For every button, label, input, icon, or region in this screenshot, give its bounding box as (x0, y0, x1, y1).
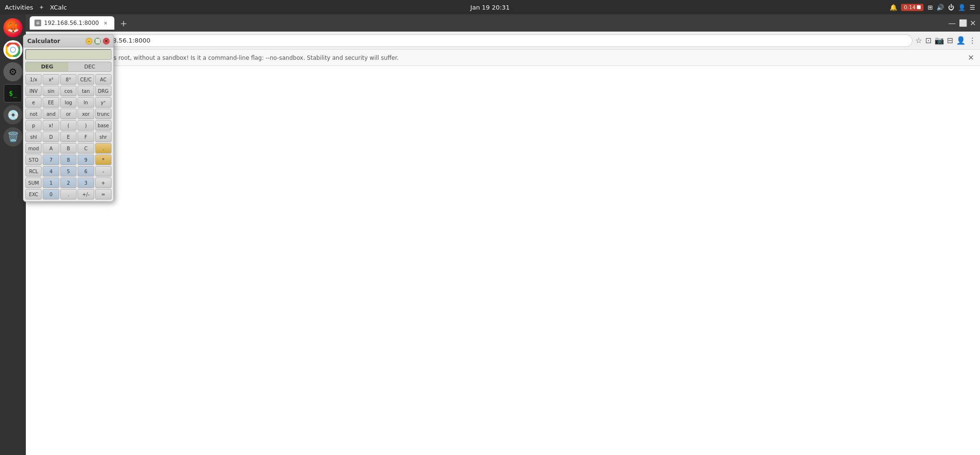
calc-btn-B[interactable]: B (60, 143, 77, 154)
calc-btn-x_[interactable]: x! (43, 120, 59, 131)
calc-mode-row: DEG DEC (25, 62, 111, 72)
dock-firefox[interactable]: 🦊 (3, 18, 22, 37)
calc-btn-8[interactable]: 8 (60, 155, 77, 165)
svg-point-2 (11, 47, 15, 52)
calc-btn-7[interactable]: 7 (43, 155, 59, 165)
dock-terminal[interactable]: $_ (4, 84, 22, 102)
calc-btn-1_x[interactable]: 1/x (25, 74, 42, 85)
calc-close[interactable]: ✕ (103, 38, 110, 44)
screenshot-icon[interactable]: 📷 (935, 36, 944, 45)
application-dock: 🦊 ⚙️ $_ 💿 🗑️ (0, 14, 26, 455)
calc-btn-_[interactable]: = (95, 189, 111, 200)
calc-btn-STO[interactable]: STO (25, 155, 42, 165)
calc-btn-p[interactable]: p (25, 120, 42, 131)
calc-btn-CE_C[interactable]: CE/C (78, 74, 94, 85)
calc-maximize[interactable]: ⬜ (94, 38, 101, 44)
calc-btn-9[interactable]: 9 (78, 155, 94, 165)
calc-btn-4[interactable]: 4 (43, 166, 59, 177)
calc-btn-DRG[interactable]: DRG (95, 86, 111, 96)
calc-btn-trunc[interactable]: trunc (95, 109, 111, 119)
calc-btn-A[interactable]: A (43, 143, 59, 154)
calc-btn-SUM[interactable]: SUM (25, 178, 42, 188)
calc-btn-1[interactable]: 1 (43, 178, 59, 188)
xcalc-label[interactable]: XCalc (50, 4, 67, 11)
dock-settings[interactable]: ⚙️ (3, 62, 22, 81)
top-bar-left: Activities ✦ XCalc (5, 4, 67, 11)
cast-icon[interactable]: ⊡ (925, 36, 931, 45)
browser-toolbar: ← → ↺ 🔒 192.168.56.1:8000 ☆ ⊡ 📷 ⊟ 👤 ⋮ (26, 32, 980, 50)
calc-btn-EE[interactable]: EE (43, 97, 59, 108)
calc-btn-x_[interactable]: x² (43, 74, 59, 85)
bookmark-icon[interactable]: ☆ (915, 36, 922, 45)
calc-btn-8_[interactable]: 8° (60, 74, 77, 85)
calc-btn-RCL[interactable]: RCL (25, 166, 42, 177)
calc-btn-_[interactable]: * (95, 155, 111, 165)
calc-btn-_[interactable]: - (95, 166, 111, 177)
calc-btn-E[interactable]: E (60, 132, 77, 142)
profile-icon[interactable]: 👤 (956, 36, 966, 45)
calc-btn-_[interactable]: + (95, 178, 111, 188)
calc-btn-5[interactable]: 5 (60, 166, 77, 177)
address-bar[interactable]: 🔒 192.168.56.1:8000 (76, 34, 913, 47)
split-view-icon[interactable]: ⊟ (947, 36, 953, 45)
menu-icon[interactable]: ⋮ (969, 36, 976, 45)
dock-chrome[interactable] (3, 40, 22, 59)
calc-btn-tan[interactable]: tan (78, 86, 94, 96)
browser-window: ⊕ 192.168.56.1:8000 ✕ + — ⬜ ✕ ← → ↺ 🔒 19… (26, 14, 980, 455)
page-content: You a Start hello h Initial and (26, 66, 980, 455)
tab-close-button[interactable]: ✕ (102, 19, 110, 27)
calc-btn-or[interactable]: or (60, 109, 77, 119)
calc-btn-C[interactable]: C (78, 143, 94, 154)
calc-btn-and[interactable]: and (43, 109, 59, 119)
calc-btn-F[interactable]: F (78, 132, 94, 142)
calc-btn-y_[interactable]: yˣ (95, 97, 111, 108)
calc-btn-mod[interactable]: mod (25, 143, 42, 154)
calc-btn-base[interactable]: base (95, 120, 111, 131)
security-warning-close[interactable]: ✕ (968, 53, 974, 62)
calc-btn-log[interactable]: log (60, 97, 77, 108)
calc-btn-3[interactable]: 3 (78, 178, 94, 188)
calc-btn-sin[interactable]: sin (43, 86, 59, 96)
calc-btn-_[interactable]: . (60, 189, 77, 200)
calc-btn-___[interactable]: +/- (78, 189, 94, 200)
calc-btn-_[interactable]: ) (78, 120, 94, 131)
calc-titlebar: Calculator – ⬜ ✕ (23, 35, 113, 47)
calc-btn-_[interactable]: ( (60, 120, 77, 131)
window-restore[interactable]: ⬜ (959, 19, 967, 27)
calc-btn-INV[interactable]: INV (25, 86, 42, 96)
calc-mode-deg[interactable]: DEG (26, 62, 68, 71)
page-lines: Start hello h Initial and (35, 81, 970, 118)
calc-btn-EXC[interactable]: EXC (25, 189, 42, 200)
top-system-bar: Activities ✦ XCalc Jan 19 20:31 🔔 0:14 ⊞… (0, 0, 980, 14)
new-tab-button[interactable]: + (117, 18, 130, 28)
calc-btn-2[interactable]: 2 (60, 178, 77, 188)
calc-btn-AC[interactable]: AC (95, 74, 111, 85)
calc-display (25, 49, 111, 60)
calc-btn-xor[interactable]: xor (78, 109, 94, 119)
activities-button[interactable]: Activities (5, 4, 33, 11)
calc-mode-dec[interactable]: DEC (68, 62, 111, 71)
window-close[interactable]: ✕ (970, 19, 976, 28)
calc-btn-e[interactable]: e (25, 97, 42, 108)
calc-btn-_[interactable]: . (95, 143, 111, 154)
calc-btn-0[interactable]: 0 (43, 189, 59, 200)
window-minimize[interactable]: — (948, 19, 956, 28)
calc-btn-not[interactable]: not (25, 109, 42, 119)
dock-trash[interactable]: 🗑️ (3, 127, 22, 146)
page-line1: Start (35, 81, 970, 90)
calc-btn-6[interactable]: 6 (78, 166, 94, 177)
network-icon: ⊞ (927, 4, 933, 11)
browser-tab-bar: ⊕ 192.168.56.1:8000 ✕ + — ⬜ ✕ (26, 14, 980, 32)
calc-btn-cos[interactable]: cos (60, 86, 77, 96)
menu-icon: ☰ (969, 4, 975, 11)
calc-minimize[interactable]: – (86, 38, 92, 44)
browser-tab[interactable]: ⊕ 192.168.56.1:8000 ✕ (30, 16, 114, 30)
page-and-text: and (35, 109, 970, 119)
calc-btn-shl[interactable]: shl (25, 132, 42, 142)
dock-disk[interactable]: 💿 (3, 105, 22, 124)
window-controls: — ⬜ ✕ (948, 19, 976, 28)
calc-btn-shr[interactable]: shr (95, 132, 111, 142)
calc-btn-ln[interactable]: ln (78, 97, 94, 108)
page-line3: Initial (35, 100, 970, 109)
calc-btn-D[interactable]: D (43, 132, 59, 142)
